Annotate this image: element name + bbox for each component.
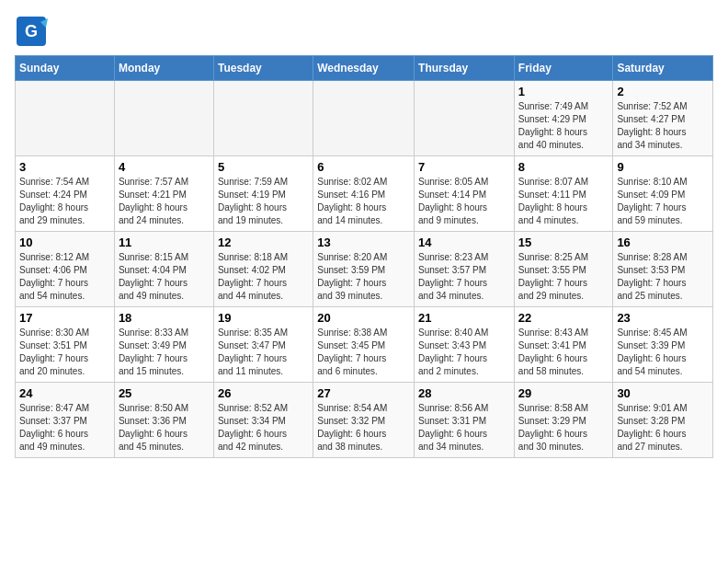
day-number: 11 [119, 236, 210, 249]
day-info: Sunrise: 7:57 AM Sunset: 4:21 PM Dayligh… [119, 176, 210, 227]
day-info: Sunrise: 9:01 AM Sunset: 3:28 PM Dayligh… [617, 402, 709, 454]
weekday-header-row: SundayMondayTuesdayWednesdayThursdayFrid… [16, 56, 713, 81]
calendar-cell [313, 81, 415, 156]
calendar-week-4: 17Sunrise: 8:30 AM Sunset: 3:51 PM Dayli… [16, 307, 713, 383]
day-number: 14 [418, 236, 510, 249]
calendar-cell: 5Sunrise: 7:59 AM Sunset: 4:19 PM Daylig… [213, 156, 313, 232]
calendar-week-1: 1Sunrise: 7:49 AM Sunset: 4:29 PM Daylig… [16, 81, 713, 156]
day-number: 10 [19, 236, 110, 249]
calendar-cell: 8Sunrise: 8:07 AM Sunset: 4:11 PM Daylig… [514, 156, 613, 232]
calendar-cell [16, 81, 115, 156]
calendar-body: 1Sunrise: 7:49 AM Sunset: 4:29 PM Daylig… [16, 81, 713, 458]
day-info: Sunrise: 8:23 AM Sunset: 3:57 PM Dayligh… [418, 251, 510, 303]
day-info: Sunrise: 8:47 AM Sunset: 3:37 PM Dayligh… [19, 402, 110, 454]
calendar-cell: 9Sunrise: 8:10 AM Sunset: 4:09 PM Daylig… [613, 156, 713, 232]
day-info: Sunrise: 8:40 AM Sunset: 3:43 PM Dayligh… [418, 327, 510, 378]
day-number: 5 [218, 160, 309, 174]
calendar-cell: 13Sunrise: 8:20 AM Sunset: 3:59 PM Dayli… [313, 232, 415, 307]
day-info: Sunrise: 8:07 AM Sunset: 4:11 PM Dayligh… [518, 176, 609, 227]
day-number: 27 [317, 386, 410, 400]
calendar-week-5: 24Sunrise: 8:47 AM Sunset: 3:37 PM Dayli… [16, 383, 713, 458]
page-header: G [15, 15, 713, 48]
day-number: 21 [418, 311, 510, 325]
weekday-header-monday: Monday [114, 56, 213, 81]
calendar-cell: 2Sunrise: 7:52 AM Sunset: 4:27 PM Daylig… [613, 81, 713, 156]
day-info: Sunrise: 8:10 AM Sunset: 4:09 PM Dayligh… [617, 176, 709, 227]
weekday-header-saturday: Saturday [613, 56, 713, 81]
day-info: Sunrise: 8:50 AM Sunset: 3:36 PM Dayligh… [119, 402, 210, 454]
weekday-header-tuesday: Tuesday [213, 56, 313, 81]
day-info: Sunrise: 8:20 AM Sunset: 3:59 PM Dayligh… [317, 251, 410, 303]
calendar-cell: 4Sunrise: 7:57 AM Sunset: 4:21 PM Daylig… [114, 156, 213, 232]
calendar-cell [415, 81, 515, 156]
day-number: 2 [617, 85, 709, 98]
calendar-cell: 15Sunrise: 8:25 AM Sunset: 3:55 PM Dayli… [514, 232, 613, 307]
calendar-table: SundayMondayTuesdayWednesdayThursdayFrid… [15, 55, 713, 458]
calendar-cell: 25Sunrise: 8:50 AM Sunset: 3:36 PM Dayli… [114, 383, 213, 458]
day-number: 28 [418, 386, 510, 400]
day-number: 23 [617, 311, 709, 325]
day-info: Sunrise: 8:28 AM Sunset: 3:53 PM Dayligh… [617, 251, 709, 303]
day-number: 30 [617, 386, 709, 400]
calendar-week-2: 3Sunrise: 7:54 AM Sunset: 4:24 PM Daylig… [16, 156, 713, 232]
day-number: 25 [119, 386, 210, 400]
calendar-cell: 1Sunrise: 7:49 AM Sunset: 4:29 PM Daylig… [514, 81, 613, 156]
day-number: 22 [518, 311, 609, 325]
weekday-header-sunday: Sunday [16, 56, 115, 81]
day-number: 7 [418, 160, 510, 174]
day-number: 1 [518, 85, 609, 98]
day-number: 29 [518, 386, 609, 400]
day-number: 19 [218, 311, 309, 325]
day-number: 4 [119, 160, 210, 174]
day-number: 15 [518, 236, 609, 249]
calendar-cell: 23Sunrise: 8:45 AM Sunset: 3:39 PM Dayli… [613, 307, 713, 383]
day-info: Sunrise: 8:54 AM Sunset: 3:32 PM Dayligh… [317, 402, 410, 454]
day-info: Sunrise: 8:45 AM Sunset: 3:39 PM Dayligh… [617, 327, 709, 378]
day-info: Sunrise: 8:35 AM Sunset: 3:47 PM Dayligh… [218, 327, 309, 378]
day-number: 18 [119, 311, 210, 325]
calendar-cell: 16Sunrise: 8:28 AM Sunset: 3:53 PM Dayli… [613, 232, 713, 307]
calendar-cell: 14Sunrise: 8:23 AM Sunset: 3:57 PM Dayli… [415, 232, 515, 307]
calendar-cell [213, 81, 313, 156]
day-info: Sunrise: 7:54 AM Sunset: 4:24 PM Dayligh… [19, 176, 110, 227]
day-info: Sunrise: 8:43 AM Sunset: 3:41 PM Dayligh… [518, 327, 609, 378]
weekday-header-friday: Friday [514, 56, 613, 81]
calendar-cell: 24Sunrise: 8:47 AM Sunset: 3:37 PM Dayli… [16, 383, 115, 458]
day-number: 6 [317, 160, 410, 174]
day-number: 8 [518, 160, 609, 174]
day-number: 26 [218, 386, 309, 400]
calendar-cell: 12Sunrise: 8:18 AM Sunset: 4:02 PM Dayli… [213, 232, 313, 307]
calendar-header: SundayMondayTuesdayWednesdayThursdayFrid… [16, 56, 713, 81]
calendar-cell [114, 81, 213, 156]
day-number: 20 [317, 311, 410, 325]
day-number: 12 [218, 236, 309, 249]
calendar-cell: 28Sunrise: 8:56 AM Sunset: 3:31 PM Dayli… [415, 383, 515, 458]
day-info: Sunrise: 7:49 AM Sunset: 4:29 PM Dayligh… [518, 100, 609, 152]
day-info: Sunrise: 8:02 AM Sunset: 4:16 PM Dayligh… [317, 176, 410, 227]
calendar-cell: 3Sunrise: 7:54 AM Sunset: 4:24 PM Daylig… [16, 156, 115, 232]
calendar-cell: 30Sunrise: 9:01 AM Sunset: 3:28 PM Dayli… [613, 383, 713, 458]
day-info: Sunrise: 8:12 AM Sunset: 4:06 PM Dayligh… [19, 251, 110, 303]
day-info: Sunrise: 8:56 AM Sunset: 3:31 PM Dayligh… [418, 402, 510, 454]
day-number: 24 [19, 386, 110, 400]
day-number: 17 [19, 311, 110, 325]
calendar-cell: 20Sunrise: 8:38 AM Sunset: 3:45 PM Dayli… [313, 307, 415, 383]
logo-icon: G [15, 15, 48, 48]
calendar-week-3: 10Sunrise: 8:12 AM Sunset: 4:06 PM Dayli… [16, 232, 713, 307]
weekday-header-wednesday: Wednesday [313, 56, 415, 81]
day-info: Sunrise: 7:52 AM Sunset: 4:27 PM Dayligh… [617, 100, 709, 152]
day-info: Sunrise: 8:30 AM Sunset: 3:51 PM Dayligh… [19, 327, 110, 378]
day-info: Sunrise: 7:59 AM Sunset: 4:19 PM Dayligh… [218, 176, 309, 227]
day-number: 16 [617, 236, 709, 249]
day-info: Sunrise: 8:33 AM Sunset: 3:49 PM Dayligh… [119, 327, 210, 378]
day-number: 13 [317, 236, 410, 249]
calendar-cell: 11Sunrise: 8:15 AM Sunset: 4:04 PM Dayli… [114, 232, 213, 307]
calendar-cell: 29Sunrise: 8:58 AM Sunset: 3:29 PM Dayli… [514, 383, 613, 458]
day-info: Sunrise: 8:25 AM Sunset: 3:55 PM Dayligh… [518, 251, 609, 303]
day-info: Sunrise: 8:18 AM Sunset: 4:02 PM Dayligh… [218, 251, 309, 303]
day-number: 3 [19, 160, 110, 174]
calendar-cell: 22Sunrise: 8:43 AM Sunset: 3:41 PM Dayli… [514, 307, 613, 383]
calendar-cell: 18Sunrise: 8:33 AM Sunset: 3:49 PM Dayli… [114, 307, 213, 383]
day-info: Sunrise: 8:52 AM Sunset: 3:34 PM Dayligh… [218, 402, 309, 454]
calendar-cell: 19Sunrise: 8:35 AM Sunset: 3:47 PM Dayli… [213, 307, 313, 383]
